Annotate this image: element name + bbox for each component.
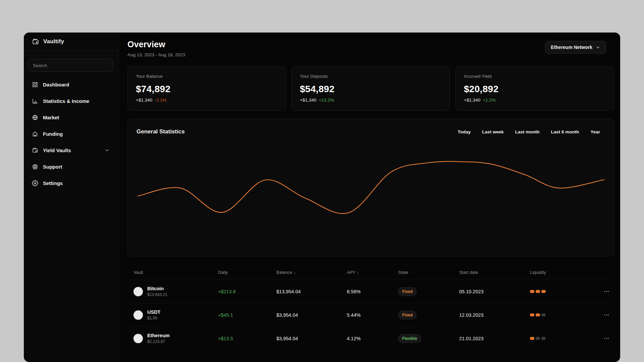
ellipsis-icon	[604, 314, 605, 315]
vault-avatar	[133, 287, 143, 296]
app-window: Vaultify Dashboard	[24, 33, 620, 362]
vault-price: $13,643.21	[147, 292, 167, 297]
dashboard-grid-icon	[32, 81, 38, 88]
row-menu-button[interactable]	[590, 291, 614, 292]
column-header-start-date[interactable]: Start date	[459, 270, 530, 275]
start-date: 12.03.2023	[459, 312, 530, 318]
sidebar: Vaultify Dashboard	[24, 33, 119, 362]
stat-card-value: $54,892	[300, 84, 442, 95]
stat-card-deposits: Your Deposits $54,892 +$1,340 +13.2%	[291, 66, 450, 111]
column-header-daily[interactable]: Daily	[218, 270, 276, 275]
gear-icon	[32, 180, 38, 186]
sidebar-item-label: Yield Vaults	[43, 147, 71, 153]
table-row[interactable]: Ethereum $2,123.87 +$13.5 $3,954.04 4.12…	[127, 326, 614, 350]
liquidity-indicator	[530, 337, 590, 340]
apy-value: 8.56%	[347, 289, 398, 294]
sidebar-item-label: Support	[43, 164, 62, 170]
vault-name: Bitcoin	[147, 286, 167, 291]
lifebuoy-icon	[32, 164, 38, 170]
page-title: Overview	[127, 40, 185, 49]
sidebar-item-label: Settings	[43, 180, 63, 186]
state-badge: Fixed	[398, 311, 417, 319]
table-row[interactable]: USDT $1.00 +$45.1 $3,954.04 5.44% Fixed …	[127, 303, 614, 326]
balance-value: $13,954.04	[276, 289, 347, 294]
general-statistics-panel: General Statistics Today Last week Last …	[127, 119, 614, 256]
row-menu-button[interactable]	[590, 314, 614, 315]
sidebar-item-label: Statistics & Income	[43, 98, 89, 104]
stat-card-accrued-yield: Accrued Yield $20,892 +$1,340 +1.2%	[455, 66, 614, 111]
stat-card-value: $74,892	[136, 84, 278, 95]
app-logo: Vaultify	[24, 33, 118, 51]
start-date: 05.10.2023	[459, 289, 530, 294]
stat-card-value: $20,892	[464, 84, 606, 95]
sidebar-item-dashboard[interactable]: Dashboard	[24, 76, 118, 93]
sidebar-item-label: Funding	[43, 131, 63, 137]
stat-change-amount: +$1,340	[136, 98, 152, 103]
sidebar-item-funding[interactable]: Funding	[24, 126, 118, 142]
state-badge: Flexible	[398, 334, 421, 343]
stat-change-percent: +1.2%	[483, 98, 496, 103]
search-input[interactable]	[28, 59, 113, 72]
daily-change: +$13.5	[218, 336, 276, 341]
sidebar-item-statistics-income[interactable]: Statistics & Income	[24, 93, 118, 109]
stat-change-amount: +$1,340	[464, 98, 480, 103]
sidebar-item-label: Market	[43, 115, 59, 120]
column-header-apy[interactable]: APY↓	[347, 270, 398, 275]
stat-card-label: Your Balance	[136, 74, 278, 79]
network-selector-button[interactable]: Ethereum Network	[545, 41, 606, 54]
vault-name: Ethereum	[147, 333, 170, 338]
stat-change-percent: -2.1%	[155, 98, 166, 103]
sort-desc-icon: ↓	[357, 270, 359, 275]
sidebar-nav: Dashboard Statistics & Income	[24, 76, 118, 191]
table-row[interactable]: Bitcoin $13,643.21 +$213.8 $13,954.04 8.…	[127, 280, 614, 303]
stat-card-balance: Your Balance $74,892 +$1,340 -2.1%	[127, 66, 286, 111]
vaults-table: Vault Daily Balance↓ APY↓ State Start da…	[127, 265, 614, 350]
sidebar-item-yield-vaults[interactable]: Yield Vaults	[24, 142, 118, 159]
vault-price: $2,123.87	[147, 339, 170, 344]
balance-value: $3,954.04	[276, 336, 347, 341]
app-name: Vaultify	[43, 38, 64, 45]
main-content: Overview Aug 13, 2023 - Aug 18, 2023 Eth…	[119, 33, 620, 362]
liquidity-indicator	[530, 313, 590, 316]
state-badge: Fixed	[398, 287, 417, 296]
statistics-line-chart	[128, 119, 614, 256]
sidebar-item-market[interactable]: Market	[24, 109, 118, 126]
liquidity-indicator	[530, 290, 590, 293]
ellipsis-icon	[604, 338, 605, 339]
stat-cards-row: Your Balance $74,892 +$1,340 -2.1% Your …	[127, 66, 614, 111]
sort-desc-icon: ↓	[293, 270, 296, 275]
stat-card-label: Your Deposits	[300, 74, 442, 79]
vault-avatar	[133, 334, 143, 343]
column-header-balance[interactable]: Balance↓	[276, 270, 347, 275]
home-icon	[32, 131, 38, 137]
table-header-row: Vault Daily Balance↓ APY↓ State Start da…	[127, 265, 614, 280]
vault-name: USDT	[147, 309, 160, 315]
network-selector-label: Ethereum Network	[551, 45, 592, 50]
apy-value: 5.44%	[347, 312, 398, 318]
chevron-down-icon	[595, 45, 600, 50]
row-menu-button[interactable]	[590, 338, 614, 339]
stat-card-label: Accrued Yield	[464, 74, 606, 79]
vault-avatar	[133, 310, 143, 320]
daily-change: +$213.8	[218, 289, 276, 294]
date-range: Aug 13, 2023 - Aug 18, 2023	[127, 52, 185, 57]
stat-change-percent: +13.2%	[319, 98, 334, 103]
bar-chart-icon	[32, 98, 38, 104]
column-header-vault[interactable]: Vault	[133, 270, 218, 275]
sidebar-item-support[interactable]: Support	[24, 159, 118, 175]
daily-change: +$45.1	[218, 312, 276, 318]
stat-change-amount: +$1,340	[300, 98, 316, 103]
column-header-state[interactable]: State	[398, 270, 459, 275]
balance-value: $3,954.04	[276, 312, 347, 318]
column-header-liquidity[interactable]: Liquidity	[530, 270, 590, 275]
chevron-down-icon[interactable]	[105, 148, 110, 153]
globe-icon	[32, 114, 38, 121]
start-date: 21.01.2023	[459, 336, 530, 341]
ellipsis-icon	[604, 291, 605, 292]
apy-value: 4.12%	[347, 336, 398, 341]
vault-price: $1.00	[147, 316, 160, 320]
sidebar-item-label: Dashboard	[43, 82, 69, 87]
wallet-icon	[32, 147, 38, 154]
sidebar-item-settings[interactable]: Settings	[24, 175, 118, 191]
wallet-logo-icon	[32, 38, 39, 45]
